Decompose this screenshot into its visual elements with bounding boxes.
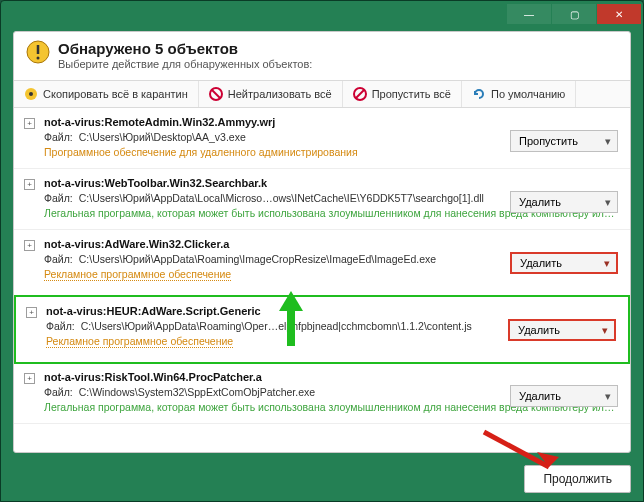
- expand-toggle[interactable]: +: [24, 179, 35, 190]
- quarantine-all-button[interactable]: Скопировать всё в карантин: [14, 81, 199, 107]
- biohazard-icon: [24, 87, 38, 101]
- action-dropdown[interactable]: Удалить▾: [510, 252, 618, 274]
- titlebar: — ▢ ✕: [1, 1, 643, 27]
- default-button[interactable]: По умолчанию: [462, 81, 576, 107]
- threat-list: +not-a-virus:RemoteAdmin.Win32.Ammyy.wrj…: [14, 108, 630, 424]
- threat-item: +not-a-virus:RiskTool.Win64.ProcPatcher.…: [14, 363, 630, 424]
- action-dropdown[interactable]: Удалить▾: [508, 319, 616, 341]
- path-label: Файл:: [46, 320, 75, 332]
- threat-item: +not-a-virus:WebToolbar.Win32.Searchbar.…: [14, 169, 630, 230]
- skip-all-button[interactable]: Пропустить всё: [343, 81, 462, 107]
- expand-toggle[interactable]: +: [24, 118, 35, 129]
- expand-toggle[interactable]: +: [26, 307, 37, 318]
- refresh-icon: [472, 87, 486, 101]
- toolbar-label: Пропустить всё: [372, 88, 451, 100]
- toolbar-label: По умолчанию: [491, 88, 565, 100]
- path-label: Файл:: [44, 192, 73, 204]
- path-label: Файл:: [44, 386, 73, 398]
- expand-toggle[interactable]: +: [24, 240, 35, 251]
- action-label: Удалить: [511, 390, 599, 402]
- action-label: Удалить: [510, 324, 596, 336]
- threat-info[interactable]: Рекламное программное обеспечение: [46, 335, 233, 348]
- action-dropdown[interactable]: Пропустить▾: [510, 130, 618, 152]
- neutralize-all-button[interactable]: Нейтрализовать всё: [199, 81, 343, 107]
- action-label: Пропустить: [511, 135, 599, 147]
- action-dropdown[interactable]: Удалить▾: [510, 191, 618, 213]
- action-toolbar: Скопировать всё в карантин Нейтрализоват…: [14, 80, 630, 108]
- toolbar-label: Нейтрализовать всё: [228, 88, 332, 100]
- threat-name: not-a-virus:HEUR:AdWare.Script.Generic: [46, 305, 616, 317]
- toolbar-label: Скопировать всё в карантин: [43, 88, 188, 100]
- svg-line-5: [212, 90, 220, 98]
- threat-name: not-a-virus:AdWare.Win32.Clicker.a: [44, 238, 618, 250]
- threat-item: +not-a-virus:HEUR:AdWare.Script.GenericФ…: [14, 295, 630, 364]
- expand-toggle[interactable]: +: [24, 373, 35, 384]
- threat-info[interactable]: Рекламное программное обеспечение: [44, 268, 231, 281]
- path-label: Файл:: [44, 131, 73, 143]
- dialog-footer: Продолжить: [13, 465, 631, 493]
- close-button[interactable]: ✕: [597, 4, 641, 24]
- chevron-down-icon: ▾: [599, 192, 617, 212]
- maximize-button[interactable]: ▢: [552, 4, 596, 24]
- chevron-down-icon: ▾: [596, 321, 614, 339]
- dialog-title: Обнаружено 5 объектов: [58, 40, 312, 57]
- threat-name: not-a-virus:RemoteAdmin.Win32.Ammyy.wrj: [44, 116, 618, 128]
- svg-point-1: [37, 57, 40, 60]
- dialog-window: — ▢ ✕ Обнаружено 5 объектов Выберите дей…: [0, 0, 644, 502]
- chevron-down-icon: ▾: [599, 386, 617, 406]
- dialog-subtitle: Выберите действие для обнаруженных объек…: [58, 58, 312, 70]
- skip-icon: [353, 87, 367, 101]
- warning-icon: [26, 40, 50, 64]
- content-panel: Обнаружено 5 объектов Выберите действие …: [13, 31, 631, 453]
- path-label: Файл:: [44, 253, 73, 265]
- neutralize-icon: [209, 87, 223, 101]
- chevron-down-icon: ▾: [598, 254, 616, 272]
- dialog-header: Обнаружено 5 объектов Выберите действие …: [14, 32, 630, 80]
- minimize-button[interactable]: —: [507, 4, 551, 24]
- continue-button[interactable]: Продолжить: [524, 465, 631, 493]
- threat-name: not-a-virus:WebToolbar.Win32.Searchbar.k: [44, 177, 618, 189]
- threat-item: +not-a-virus:AdWare.Win32.Clicker.aФайл:…: [14, 230, 630, 296]
- svg-line-7: [356, 90, 364, 98]
- action-label: Удалить: [511, 196, 599, 208]
- threat-name: not-a-virus:RiskTool.Win64.ProcPatcher.a: [44, 371, 618, 383]
- threat-item: +not-a-virus:RemoteAdmin.Win32.Ammyy.wrj…: [14, 108, 630, 169]
- action-dropdown[interactable]: Удалить▾: [510, 385, 618, 407]
- action-label: Удалить: [512, 257, 598, 269]
- svg-point-3: [29, 92, 33, 96]
- chevron-down-icon: ▾: [599, 131, 617, 151]
